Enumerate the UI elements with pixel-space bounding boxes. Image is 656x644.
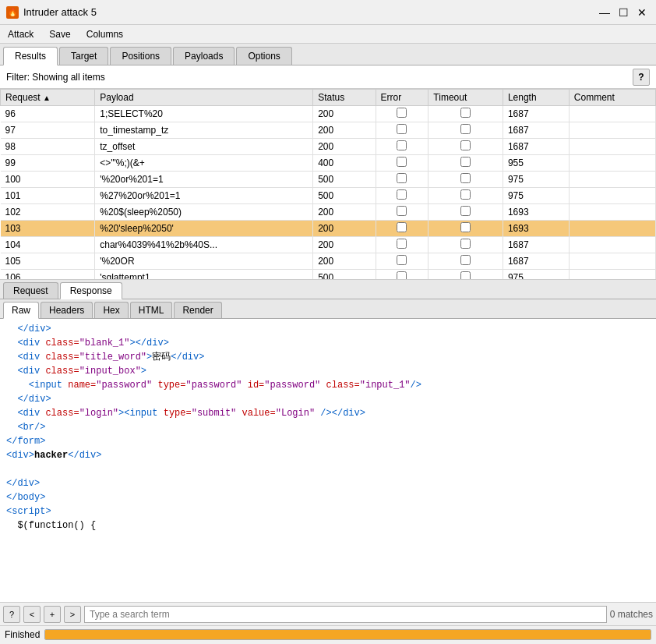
- filter-help-button[interactable]: ?: [633, 69, 650, 86]
- subtab-headers[interactable]: Headers: [41, 302, 93, 318]
- table-row[interactable]: 101 %27%20or%201=1 500 975: [1, 188, 656, 204]
- cell-error[interactable]: [376, 270, 429, 281]
- table-row[interactable]: 98 tz_offset 200 1687: [1, 139, 656, 155]
- code-line: [6, 462, 650, 476]
- status-text: Finished: [5, 629, 40, 640]
- col-request[interactable]: Request ▲: [1, 90, 95, 106]
- menu-columns[interactable]: Columns: [83, 27, 126, 41]
- search-help-button[interactable]: ?: [3, 606, 20, 623]
- tab-positions[interactable]: Positions: [110, 47, 171, 65]
- cell-length: 1693: [503, 204, 569, 221]
- cell-payload: <>'"%;)(&+: [95, 155, 313, 172]
- status-progress-fill: [45, 630, 651, 639]
- cell-status: 400: [313, 155, 376, 172]
- results-table-container: Request ▲ Payload Status Error Timeout L…: [0, 89, 656, 280]
- cell-error[interactable]: [376, 139, 429, 155]
- cell-error[interactable]: [376, 237, 429, 253]
- cell-error[interactable]: [376, 188, 429, 204]
- col-comment[interactable]: Comment: [569, 90, 655, 106]
- cell-status: 200: [313, 122, 376, 139]
- table-row[interactable]: 97 to_timestamp_tz 200 1687: [1, 122, 656, 139]
- cell-error[interactable]: [376, 106, 429, 122]
- menu-bar: Attack Save Columns: [0, 25, 656, 44]
- cell-length: 1687: [503, 106, 569, 122]
- col-status[interactable]: Status: [313, 90, 376, 106]
- cell-status: 200: [313, 106, 376, 122]
- table-row[interactable]: 105 '%20OR 200 1687: [1, 253, 656, 270]
- cell-comment: [569, 253, 655, 270]
- search-add-button[interactable]: +: [44, 606, 61, 623]
- subtab-hex[interactable]: Hex: [94, 302, 128, 318]
- cell-comment: [569, 139, 655, 155]
- cell-timeout[interactable]: [429, 221, 503, 237]
- cell-error[interactable]: [376, 172, 429, 188]
- cell-status: 200: [313, 237, 376, 253]
- cell-timeout[interactable]: [429, 237, 503, 253]
- cell-payload: %27%20or%201=1: [95, 188, 313, 204]
- cell-length: 975: [503, 172, 569, 188]
- cell-length: 955: [503, 155, 569, 172]
- col-error[interactable]: Error: [376, 90, 429, 106]
- cell-timeout[interactable]: [429, 155, 503, 172]
- code-line: </body>: [6, 490, 650, 504]
- cell-length: 1693: [503, 221, 569, 237]
- code-line: <input name="password" type="password" i…: [6, 378, 650, 392]
- menu-save[interactable]: Save: [46, 27, 73, 41]
- cell-timeout[interactable]: [429, 106, 503, 122]
- col-length[interactable]: Length: [503, 90, 569, 106]
- cell-request: 106: [1, 270, 95, 281]
- col-payload[interactable]: Payload: [95, 90, 313, 106]
- cell-status: 500: [313, 188, 376, 204]
- cell-request: 103: [1, 221, 95, 237]
- search-prev-button[interactable]: <: [23, 606, 41, 623]
- title-bar-left: 🔥 Intruder attack 5: [6, 6, 97, 19]
- table-row[interactable]: 103 %20'sleep%2050' 200 1693: [1, 221, 656, 237]
- cell-timeout[interactable]: [429, 172, 503, 188]
- tab-options[interactable]: Options: [236, 47, 291, 65]
- table-row[interactable]: 99 <>'"%;)(&+ 400 955: [1, 155, 656, 172]
- tab-payloads[interactable]: Payloads: [173, 47, 235, 65]
- table-row[interactable]: 106 'sqlattempt1 500 975: [1, 270, 656, 281]
- menu-attack[interactable]: Attack: [5, 27, 37, 41]
- cell-length: 975: [503, 188, 569, 204]
- subtab-render[interactable]: Render: [174, 302, 221, 318]
- tab-target[interactable]: Target: [59, 47, 108, 65]
- tab-request[interactable]: Request: [3, 282, 58, 299]
- cell-error[interactable]: [376, 253, 429, 270]
- cell-status: 500: [313, 172, 376, 188]
- cell-timeout[interactable]: [429, 122, 503, 139]
- minimize-button[interactable]: —: [597, 5, 612, 20]
- tab-response[interactable]: Response: [60, 282, 122, 299]
- table-row[interactable]: 96 1;SELECT%20 200 1687: [1, 106, 656, 122]
- subtab-html[interactable]: HTML: [130, 302, 173, 318]
- tab-results[interactable]: Results: [3, 47, 58, 65]
- cell-length: 1687: [503, 122, 569, 139]
- cell-payload: 'sqlattempt1: [95, 270, 313, 281]
- cell-timeout[interactable]: [429, 270, 503, 281]
- title-bar-controls: — ☐ ✕: [597, 5, 650, 20]
- cell-error[interactable]: [376, 204, 429, 221]
- maximize-button[interactable]: ☐: [615, 5, 631, 20]
- table-row[interactable]: 104 char%4039%41%2b%40S... 200 1687: [1, 237, 656, 253]
- code-line: <div>hacker</div>: [6, 448, 650, 462]
- cell-timeout[interactable]: [429, 253, 503, 270]
- col-timeout[interactable]: Timeout: [429, 90, 503, 106]
- main-tab-bar: Results Target Positions Payloads Option…: [0, 44, 656, 65]
- subtab-raw[interactable]: Raw: [3, 302, 39, 319]
- cell-timeout[interactable]: [429, 204, 503, 221]
- search-input[interactable]: [84, 606, 607, 623]
- cell-payload: '%20or%201=1: [95, 172, 313, 188]
- cell-payload: tz_offset: [95, 139, 313, 155]
- cell-comment: [569, 221, 655, 237]
- cell-request: 104: [1, 237, 95, 253]
- table-row[interactable]: 102 %20$(sleep%2050) 200 1693: [1, 204, 656, 221]
- cell-timeout[interactable]: [429, 188, 503, 204]
- cell-error[interactable]: [376, 122, 429, 139]
- cell-comment: [569, 155, 655, 172]
- table-row[interactable]: 100 '%20or%201=1 500 975: [1, 172, 656, 188]
- cell-error[interactable]: [376, 221, 429, 237]
- close-button[interactable]: ✕: [634, 5, 650, 20]
- cell-error[interactable]: [376, 155, 429, 172]
- search-next-button[interactable]: >: [64, 606, 81, 623]
- cell-timeout[interactable]: [429, 139, 503, 155]
